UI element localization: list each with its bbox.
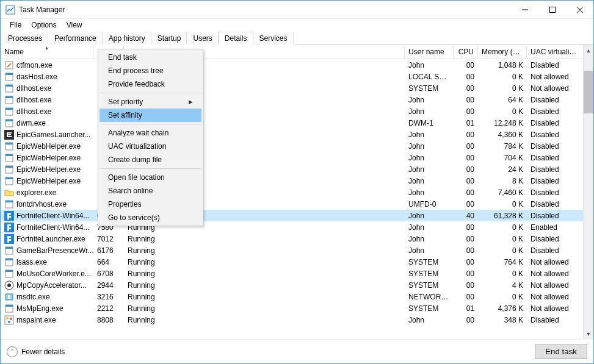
table-body[interactable]: ctfmon.exeJohn001,048 KDisableddasHost.e…	[1, 59, 583, 339]
cell-uac: Disabled	[527, 188, 581, 197]
table-row[interactable]: GameBarPresenceWr...6176RunningJohn000 K…	[1, 244, 583, 256]
tab-details[interactable]: Details	[219, 32, 253, 45]
ctx-feedback[interactable]: Provide feedback	[100, 77, 201, 91]
table-row[interactable]: dllhost.exeJohn0064 KDisabled	[1, 94, 583, 105]
menu-options[interactable]: Options	[27, 20, 60, 30]
cell-cpu: 00	[454, 200, 478, 209]
table-row[interactable]: dwm.exeDWM-10112,248 KDisabled	[1, 117, 583, 129]
chevron-up-icon: ˄	[7, 346, 18, 357]
cell-pid: 8808	[93, 316, 124, 324]
cell-name: lsass.exe	[1, 257, 93, 267]
ctx-analyze[interactable]: Analyze wait chain	[100, 126, 201, 140]
tab-processes[interactable]: Processes	[2, 32, 48, 45]
cell-user: DWM-1	[405, 119, 454, 127]
cell-name: EpicWebHelper.exe	[1, 165, 93, 174]
process-name: dllhost.exe	[16, 107, 51, 116]
column-cpu[interactable]: CPU	[454, 46, 478, 58]
table-row[interactable]: lsass.exe664RunningSYSTEM00764 KNot allo…	[1, 256, 583, 268]
table-row[interactable]: FortniteClient-Win64...6044RunningJohn40…	[1, 210, 583, 221]
cell-cpu: 00	[454, 154, 478, 162]
table-row[interactable]: FortniteLauncher.exe7012RunningJohn000 K…	[1, 233, 583, 244]
menu-view[interactable]: View	[62, 20, 87, 30]
ctx-separator	[100, 93, 201, 93]
menu-file[interactable]: File	[5, 20, 26, 30]
process-icon	[4, 118, 14, 128]
end-task-button[interactable]: End task	[535, 344, 587, 359]
cell-uac: Not allowed	[527, 73, 581, 81]
ctx-uac[interactable]: UAC virtualization	[100, 140, 201, 153]
tab-users[interactable]: Users	[187, 32, 218, 45]
cell-user: John	[405, 235, 454, 243]
ctx-search-online[interactable]: Search online	[100, 184, 201, 198]
table-row[interactable]: msdtc.exe3216RunningNETWORK...000 KNot a…	[1, 291, 583, 302]
ctx-dump[interactable]: Create dump file	[100, 153, 201, 166]
process-icon	[4, 292, 14, 302]
table-row[interactable]: EpicGamesLauncher...John004,360 KDisable…	[1, 129, 583, 140]
cell-memory: 4,360 K	[478, 130, 527, 139]
table-row[interactable]: fontdrvhost.exeUMFD-0000 KDisabled	[1, 198, 583, 210]
table-row[interactable]: EpicWebHelper.exeJohn00784 KDisabled	[1, 140, 583, 152]
maximize-button[interactable]	[538, 1, 566, 19]
table-row[interactable]: MsMpEng.exe2212RunningSYSTEM014,376 KNot…	[1, 302, 583, 314]
table-row[interactable]: EpicWebHelper.exeJohn0024 KDisabled	[1, 163, 583, 175]
tab-app-history[interactable]: App history	[103, 32, 151, 45]
process-name: explorer.exe	[16, 188, 56, 197]
svg-rect-2	[549, 7, 555, 12]
column-user[interactable]: User name	[405, 46, 454, 58]
process-name: dasHost.exe	[16, 73, 57, 81]
minimize-button[interactable]	[511, 1, 538, 19]
process-name: msdtc.exe	[16, 293, 50, 301]
cell-uac: Disabled	[527, 165, 581, 174]
column-name[interactable]: ▲Name	[1, 46, 93, 58]
ctx-open-location[interactable]: Open file location	[100, 171, 201, 184]
scroll-thumb[interactable]	[584, 71, 593, 113]
cell-name: explorer.exe	[1, 188, 93, 198]
cell-cpu: 00	[454, 235, 478, 243]
process-icon	[4, 130, 14, 140]
close-button[interactable]	[566, 1, 593, 19]
ctx-set-priority[interactable]: Set priority▶	[100, 95, 201, 109]
table-row[interactable]: dasHost.exeLOCAL SE...000 KNot allowed	[1, 71, 583, 82]
svg-rect-40	[8, 295, 10, 299]
cell-user: John	[405, 246, 454, 255]
ctx-set-affinity[interactable]: Set affinity	[100, 109, 201, 122]
submenu-arrow-icon: ▶	[189, 99, 193, 105]
table-row[interactable]: EpicWebHelper.exeJohn00704 KDisabled	[1, 152, 583, 163]
column-memory[interactable]: Memory (a...	[478, 46, 527, 58]
process-icon	[4, 199, 14, 209]
tab-performance[interactable]: Performance	[48, 32, 103, 45]
scroll-track[interactable]	[584, 55, 593, 329]
fewer-details-button[interactable]: ˄ Fewer details	[7, 346, 530, 357]
cell-cpu: 00	[454, 177, 478, 185]
table-row[interactable]: FortniteClient-Win64...7580RunningJohn00…	[1, 221, 583, 233]
table-row[interactable]: dllhost.exeJohn000 KDisabled	[1, 105, 583, 117]
tab-services[interactable]: Services	[253, 32, 294, 45]
table-row[interactable]: EpicWebHelper.exeJohn008 KDisabled	[1, 175, 583, 187]
process-name: EpicWebHelper.exe	[16, 154, 81, 162]
scroll-up-icon[interactable]: ▲	[584, 45, 593, 55]
scroll-down-icon[interactable]: ▼	[584, 329, 593, 339]
process-icon	[4, 269, 14, 279]
column-uac[interactable]: UAC virtualizat...	[527, 46, 581, 58]
table-row[interactable]: ctfmon.exeJohn001,048 KDisabled	[1, 59, 583, 71]
svg-point-45	[10, 318, 12, 320]
ctx-end-tree[interactable]: End process tree	[100, 64, 201, 77]
cell-uac: Not allowed	[527, 269, 581, 278]
table-row[interactable]: mspaint.exe8808RunningJohn00348 KDisable…	[1, 314, 583, 326]
table-row[interactable]: dllhost.exeSYSTEM000 KNot allowed	[1, 82, 583, 94]
ctx-go-to-services[interactable]: Go to service(s)	[100, 211, 201, 224]
table-row[interactable]: explorer.exeJohn007,460 KDisabled	[1, 187, 583, 198]
cell-user: John	[405, 61, 454, 70]
tabs: Processes Performance App history Startu…	[1, 31, 593, 45]
table-row[interactable]: MoUsoCoreWorker.e...6708RunningSYSTEM000…	[1, 268, 583, 279]
table-row[interactable]: MpCopyAccelerator...2944RunningSYSTEM004…	[1, 279, 583, 291]
process-name: dllhost.exe	[16, 84, 51, 93]
tab-startup[interactable]: Startup	[151, 32, 187, 45]
cell-cpu: 00	[454, 293, 478, 301]
process-icon	[4, 280, 14, 290]
svg-rect-14	[5, 108, 13, 110]
process-icon	[4, 165, 14, 174]
vertical-scrollbar[interactable]: ▲ ▼	[583, 45, 593, 339]
ctx-end-task[interactable]: End task	[100, 51, 201, 64]
ctx-properties[interactable]: Properties	[100, 198, 201, 211]
